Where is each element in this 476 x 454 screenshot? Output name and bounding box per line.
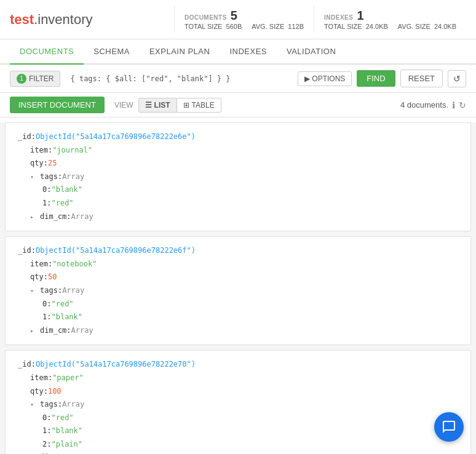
field-tags-0: 0: "red" [42,298,458,311]
table-row: _id: ObjectId("5a14a17ca769896e78222e6e"… [5,122,471,231]
list-view-button[interactable]: ☰ LIST [138,98,177,113]
view-toggle: ☰ LIST ⊞ TABLE [138,98,221,113]
options-label: ▶ OPTIONS [304,74,345,83]
docs-avg-size-label: AVG. SIZE 112B [252,23,304,30]
table-label: TABLE [192,101,215,110]
field-tags-0: 0: "blank" [42,183,458,197]
field-tags-0: 0: "red" [42,412,458,425]
document-count: 4 documents. ℹ ↻ [400,100,466,110]
list-label: LIST [154,101,170,110]
idx-avg-size-label: AVG. SIZE 24.0KB [398,23,456,30]
history-button[interactable]: ↺ [448,70,466,87]
filter-label: FILTER [29,74,54,83]
idx-avg-size-val: 24.0KB [434,23,456,30]
field-item: item: "paper" [30,372,458,385]
logo-test: test [10,12,34,27]
table-row: _id: ObjectId("5a14a17ca769896e78222e6f"… [5,236,471,345]
table-icon: ⊞ [183,101,189,110]
tags-collapse-icon[interactable]: ▾ [30,399,38,410]
idx-total-size-val: 24.0KB [366,23,388,30]
action-bar: INSERT DOCUMENT VIEW ☰ LIST ⊞ TABLE 4 do… [0,93,476,117]
tab-bar: DOCUMENTS SCHEMA EXPLAIN PLAN INDEXES VA… [0,39,476,65]
documents-count: 5 [231,9,237,23]
table-row: _id: ObjectId("5a14a17ca769896e78222e70"… [5,350,471,454]
dimcm-expand-icon[interactable]: ▸ [30,325,38,337]
field-item: item: "journal" [30,144,458,157]
filter-query: { tags: { $all: ["red", "blank"] } } [65,72,293,86]
tags-collapse-icon[interactable]: ▾ [30,172,38,183]
header: test.inventory DOCUMENTS 5 TOTAL SIZE 56… [0,0,476,39]
tags-collapse-icon[interactable]: ▾ [30,285,38,297]
field-dim-cm: ▸dim_cm: Array [30,210,458,224]
documents-list: _id: ObjectId("5a14a17ca769896e78222e6e"… [0,122,476,454]
field-tags-1: 1: "blank" [42,311,458,324]
field-dim-cm: ▸dim_cm: Array [30,324,458,338]
field-tags-1: 1: "red" [42,197,458,210]
tab-schema[interactable]: SCHEMA [84,39,140,65]
docs-avg-size-val: 112B [288,23,304,30]
field-tags: ▾tags: Array [30,170,458,184]
chat-button[interactable] [434,412,464,442]
field-tags: ▾tags: Array [30,398,458,412]
tab-validation[interactable]: VALIDATION [277,39,346,65]
list-icon: ☰ [145,101,152,110]
app-logo: test.inventory [10,12,93,28]
header-stats: DOCUMENTS 5 TOTAL SIZE 560B AVG. SIZE 11… [174,6,466,33]
tab-explain-plan[interactable]: EXPLAIN PLAN [140,39,220,65]
field-qty: qty: 50 [30,271,458,284]
filter-badge: 1 [17,74,26,84]
field-id: _id: ObjectId("5a14a17ca769896e78222e70"… [18,358,458,372]
documents-label: DOCUMENTS [184,14,227,21]
docs-total-size-val: 560B [226,23,242,30]
field-qty: qty: 100 [30,385,458,399]
dimcm-expand-icon[interactable]: ▸ [30,212,38,223]
filter-button[interactable]: 1 FILTER [10,71,60,87]
indexes-stat: INDEXES 1 TOTAL SIZE 24.0KB AVG. SIZE 24… [314,6,466,33]
field-tags: ▾tags: Array [30,284,458,298]
tab-indexes[interactable]: INDEXES [220,39,277,65]
docs-total-size-label: TOTAL SIZE 560B [184,23,242,30]
info-icon[interactable]: ℹ [452,100,455,110]
documents-stat: DOCUMENTS 5 TOTAL SIZE 560B AVG. SIZE 11… [174,6,314,33]
view-label: VIEW [114,101,133,110]
indexes-label: INDEXES [324,14,353,21]
find-button[interactable]: FIND [357,70,395,87]
idx-total-size-label: TOTAL SIZE 24.0KB [324,23,388,30]
table-view-button[interactable]: ⊞ TABLE [177,98,221,113]
indexes-count: 1 [357,9,363,23]
refresh-icon[interactable]: ↻ [459,100,466,110]
field-qty: qty: 25 [30,157,458,170]
filter-bar: 1 FILTER { tags: { $all: ["red", "blank"… [0,65,476,93]
reset-button[interactable]: RESET [400,70,443,87]
field-id: _id: ObjectId("5a14a17ca769896e78222e6f"… [18,244,458,258]
field-tags-1: 1: "blank" [42,424,458,438]
field-id: _id: ObjectId("5a14a17ca769896e78222e6e"… [18,130,458,144]
doc-count-text: 4 documents. [400,100,448,110]
logo-rest: .inventory [34,12,92,27]
field-dim-cm: ▸dim_cm: Array [30,451,458,454]
field-item: item: "notebook" [30,258,458,271]
options-button[interactable]: ▶ OPTIONS [298,71,352,86]
insert-document-button[interactable]: INSERT DOCUMENT [10,97,105,113]
field-tags-2: 2: "plain" [42,438,458,452]
tab-documents[interactable]: DOCUMENTS [10,39,84,65]
